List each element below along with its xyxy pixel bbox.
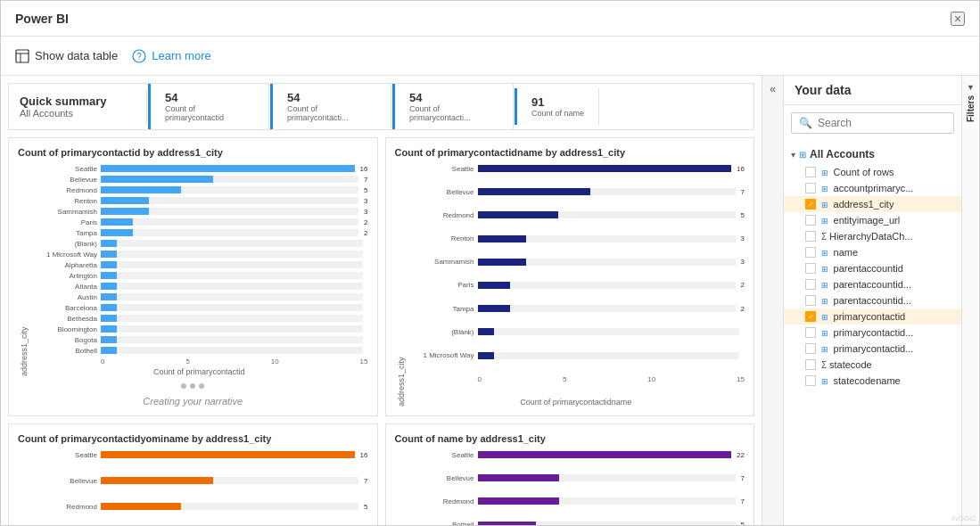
item-label-entityimage_url: ⊞ entityimage_url [821,215,954,226]
sidebar-item-accountprimaryc[interactable]: ⊞ accountprimaryc... [784,180,961,196]
item-label-statecode: Σ statecode [821,359,954,370]
stat-value-1: 54 [165,91,254,104]
filters-tab[interactable]: ▼ Filters [961,76,979,525]
sidebar-item-primarycontactid3[interactable]: ⊞ primarycontactid... [784,341,961,357]
sidebar-item-address1_city[interactable]: ✓⊞ address1_city [784,196,961,212]
bar-row-13: Barcelona [30,302,368,313]
bar-container-1 [478,474,736,481]
data-section-accounts: ▾ ⊞ All Accounts ⊞ Count of rows⊞ accoun… [784,141,961,392]
stat-value-3: 54 [409,91,498,104]
learn-more-label: Learn more [152,49,210,62]
search-input[interactable] [818,117,946,129]
item-checkbox-primarycontactid3[interactable] [805,343,816,354]
item-checkbox-parentaccountid3[interactable] [805,295,816,306]
item-checkbox-statecode[interactable] [805,359,816,370]
sidebar-item-hierarchydatach[interactable]: Σ HierarchyDataCh... [784,228,961,244]
table-section-icon: ⊞ [799,150,806,160]
summary-stat-3: 54 Count of primarycontacti... [392,84,514,129]
bar-label-15: Bloomington [30,325,97,333]
sidebar: Your data 🔍 ▾ ⊞ All Accounts ⊞ Count of … [783,76,961,525]
bar-label-9: Alpharetta [30,261,97,269]
sidebar-item-primarycontactid2[interactable]: ⊞ primarycontactid... [784,325,961,341]
chart-area-chart1: address1_citySeattle16Bellevue7Redmond5R… [18,163,368,376]
y-axis-chart4: address1_city [395,449,408,525]
close-button[interactable]: × [951,12,965,26]
chart-title-chart2: Count of primarycontactidname by address… [395,147,745,158]
accounts-header[interactable]: ▾ ⊞ All Accounts [784,144,961,164]
narrative-section: Creating your narrative [18,383,368,407]
bar-0 [101,451,355,458]
bar-2 [478,497,560,505]
bar-label-3: Renton [30,197,97,205]
x-axis-chart2: 051015 [408,374,745,383]
item-checkbox-primarycontactid2[interactable] [805,327,816,338]
bar-15 [101,325,117,333]
bar-1 [478,188,590,195]
stat-value-2: 54 [287,91,376,104]
bar-row-0: Seattle16 [30,449,368,460]
chart-title-chart3: Count of primarycontactidyominame by add… [18,433,368,444]
bar-1 [478,474,560,481]
titlebar-left: Power BI [15,12,69,26]
bar-label-5: Paris [30,218,97,226]
sidebar-item-primarycontactid[interactable]: ✓⊞ primarycontactid [784,308,961,325]
bar-3 [101,197,149,204]
item-checkbox-parentaccountid[interactable] [805,263,816,274]
bar-value-2: 5 [364,186,367,194]
item-checkbox-primarycontactid[interactable]: ✓ [805,311,816,322]
chart-card-chart3: Count of primarycontactidyominame by add… [8,423,378,525]
bar-label-17: Bothell [30,347,97,355]
sidebar-item-count_rows[interactable]: ⊞ Count of rows [784,164,961,180]
chart-card-chart4: Count of name by address1_cityaddress1_c… [385,423,755,525]
chart-inner-chart3: Seattle16Bellevue7Redmond5Renton3Samm...… [30,449,368,525]
sidebar-item-name[interactable]: ⊞ name [784,244,961,260]
bar-container-4 [478,259,736,266]
sidebar-item-parentaccountid2[interactable]: ⊞ parentaccountid... [784,276,961,292]
bar-5 [478,282,510,289]
bar-value-1: 7 [364,477,367,485]
x-tick: 0 [478,375,482,383]
item-label-primarycontactid: ⊞ primarycontactid [821,311,954,322]
show-data-table-button[interactable]: Show data table [15,49,118,63]
bar-container-5 [478,282,736,289]
bar-value-6: 2 [741,305,745,313]
item-checkbox-address1_city[interactable]: ✓ [805,199,816,210]
sidebar-item-parentaccountid3[interactable]: ⊞ parentaccountid... [784,292,961,308]
bar-row-8: 1 Microsoft Way [30,249,368,259]
item-checkbox-accountprimaryc[interactable] [805,183,816,193]
item-checkbox-statecodename[interactable] [805,375,816,386]
toolbar: Show data table ? Learn more [1,37,979,76]
bar-value-4: 3 [364,208,367,216]
chart-inner-chart2: Seattle16Bellevue7Redmond5Renton3Sammami… [408,163,745,407]
collapse-button[interactable]: « [762,76,783,525]
bar-row-6: Tampa2 [30,227,368,238]
bar-value-4: 3 [741,258,745,266]
sidebar-item-statecode[interactable]: Σ statecode [784,357,961,373]
item-checkbox-parentaccountid2[interactable] [805,279,816,290]
search-container[interactable]: 🔍 [791,112,954,134]
sidebar-item-entityimage_url[interactable]: ⊞ entityimage_url [784,212,961,228]
item-table-icon: ⊞ [821,329,831,338]
bar-container-8 [478,352,740,359]
item-checkbox-count_rows[interactable] [805,167,816,177]
item-table-icon: ⊞ [821,345,831,354]
x-tick: 5 [563,375,566,383]
bar-label-16: Bogota [30,336,97,344]
item-table-icon: ⊞ [821,249,831,258]
x-tick: 15 [360,358,368,366]
bar-0 [478,165,732,172]
sidebar-item-parentaccountid[interactable]: ⊞ parentaccountid [784,260,961,276]
bar-row-2: Redmond5 [30,501,368,512]
bar-2 [101,186,181,193]
bar-row-5: Paris2 [408,280,745,291]
learn-more-button[interactable]: ? Learn more [132,49,210,63]
item-checkbox-entityimage_url[interactable] [805,215,816,226]
bar-label-14: Bethesda [30,315,97,323]
bar-label-4: Sammamish [30,208,97,216]
item-checkbox-name[interactable] [805,247,816,258]
item-checkbox-hierarchydatach[interactable] [805,231,816,242]
sidebar-item-statecodename[interactable]: ⊞ statecodename [784,373,961,389]
bar-3 [478,235,526,242]
bar-label-2: Redmond [30,503,97,511]
bar-row-6: Tampa2 [408,303,745,314]
